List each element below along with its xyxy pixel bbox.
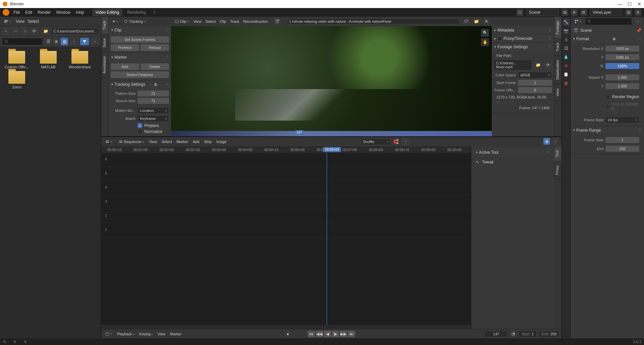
close-icon[interactable]: ✕ <box>637 1 641 7</box>
overlay-toggle-icon[interactable]: ◉ <box>543 138 550 145</box>
prop-tab-world-icon[interactable]: ⊕ <box>563 62 570 69</box>
vp-menu-clip[interactable]: Clip <box>220 19 226 23</box>
zoom-icon[interactable]: 🔍 <box>481 29 489 37</box>
search-size-field[interactable]: 71 <box>138 98 169 104</box>
start-frame-field[interactable]: Start 1 <box>519 331 536 337</box>
snap-icon[interactable]: 🧲 <box>393 138 399 145</box>
menu-help[interactable]: Help <box>76 10 84 15</box>
prop-tab-render-icon[interactable]: 📷 <box>563 27 570 34</box>
maximize-icon[interactable]: ☐ <box>628 1 632 7</box>
minimize-icon[interactable]: — <box>618 1 622 7</box>
aspect-y-field[interactable]: 1.000 <box>605 83 639 89</box>
keyframe-next-icon[interactable]: ▶▶ <box>340 331 347 337</box>
prop-tab-viewlayer-icon[interactable]: 🖼 <box>563 45 570 52</box>
vp-menu-select[interactable]: Select <box>206 19 216 23</box>
clip-fake-user-icon[interactable]: 🛡 <box>463 18 470 25</box>
seq-scrollbar[interactable] <box>101 325 471 329</box>
clip-scrubber[interactable]: 147 <box>171 131 492 136</box>
preview-range-icon[interactable]: ◔ <box>510 331 517 337</box>
current-frame-field[interactable]: 147 <box>484 331 508 337</box>
scene-copy-icon[interactable]: ⧉ <box>561 9 568 16</box>
playhead-line[interactable] <box>327 153 327 325</box>
viewlayer-copy-icon[interactable]: ⧉ <box>625 9 632 16</box>
menu-window[interactable]: Window <box>56 10 70 15</box>
pan-icon[interactable]: ✋ <box>481 38 489 46</box>
seq-menu-image[interactable]: Image <box>216 140 227 144</box>
workspace-video-editing[interactable]: Video Editing <box>92 9 123 16</box>
proxy-checkbox[interactable] <box>497 36 502 41</box>
rtab-track[interactable]: Track <box>554 39 561 56</box>
clip-type-dropdown[interactable]: Clip ▾ <box>173 19 190 24</box>
folder-item[interactable]: Wondershare <box>65 51 95 69</box>
rtab-stabilization[interactable]: Stabilization <box>554 56 561 84</box>
overlay-dropdown[interactable]: ▾ <box>551 138 559 145</box>
frame-range-panel-header[interactable]: ▸Frame Range⠿ <box>571 126 644 134</box>
folder-item[interactable]: Custom Offic... <box>2 51 32 69</box>
frame-start-field[interactable]: 1 <box>605 137 639 143</box>
viewlayer-name-field[interactable]: ViewLayer <box>590 9 623 16</box>
workspace-add-button[interactable]: + <box>151 9 158 16</box>
path-field[interactable]: C:\Users\user\Document... <box>51 28 99 34</box>
format-panel-header[interactable]: ▸Format ≣⠿ <box>571 35 644 43</box>
fb-search-input[interactable] <box>2 38 43 45</box>
resolution-x-field[interactable]: 1920 px <box>605 46 639 52</box>
folder-item[interactable]: MATLAB <box>34 51 63 69</box>
ruler-playhead[interactable]: 00:06+03 <box>323 147 341 152</box>
tab-solve[interactable]: Solve <box>101 34 108 52</box>
folder-item[interactable]: Zoom <box>2 71 32 89</box>
seq-tab-tool[interactable]: Tool <box>554 146 561 161</box>
clip-name-field[interactable]: 1 minute relaxing video with nature - A … <box>287 18 460 24</box>
nav-forward-icon[interactable]: → <box>11 27 19 35</box>
keyframe-prev-icon[interactable]: ◀◀ <box>316 331 323 337</box>
timeline-ruler[interactable]: 00:00+16 00:01+08 00:02+00 00:02+16 00:0… <box>101 146 471 153</box>
active-tool-header[interactable]: ▸Active Tool⠿ <box>473 148 552 156</box>
render-region-checkbox[interactable] <box>605 94 610 99</box>
proxy-panel-header[interactable]: ▸ Proxy/Timecode⠿ <box>492 34 554 43</box>
frame-end-field[interactable]: 250 <box>605 146 639 152</box>
jump-end-icon[interactable]: ⏭ <box>348 331 355 337</box>
prop-tab-texture-icon[interactable]: ▦ <box>563 80 570 86</box>
clip-open-icon[interactable]: 📁 <box>473 18 480 25</box>
vp-menu-track[interactable]: Track <box>230 19 239 23</box>
play-icon[interactable]: ▶ <box>332 331 339 337</box>
filter-dropdown[interactable]: ▾ <box>91 38 99 45</box>
frame-offset-field[interactable]: 0 <box>518 87 552 93</box>
view-grid-icon[interactable]: ▦ <box>61 38 68 45</box>
rtab-footage[interactable]: Footage <box>554 17 561 39</box>
resolution-pct-field[interactable]: 100% <box>605 63 639 69</box>
filter-icon[interactable] <box>80 38 89 45</box>
seq-menu-add[interactable]: Add <box>193 140 200 144</box>
scene-browse-icon[interactable] <box>517 9 523 16</box>
tab-annotation[interactable]: Annotation <box>101 52 108 78</box>
prop-tab-object-icon[interactable]: 📋 <box>563 71 570 78</box>
vp-menu-reconstruction[interactable]: Reconstruction <box>243 19 268 23</box>
viewlayer-browse-icon[interactable] <box>580 9 587 16</box>
prop-tab-tool-icon[interactable]: 🔧 <box>563 19 570 25</box>
clip-browse-icon[interactable]: 🎬 <box>274 18 281 25</box>
footer-view[interactable]: View <box>157 332 165 336</box>
pin-icon[interactable]: 📌 <box>636 28 641 33</box>
prop-tab-output-icon[interactable]: 🖨 <box>563 36 570 43</box>
seq-menu-marker[interactable]: Marker <box>176 140 188 144</box>
scene-name-field[interactable]: Scene <box>526 9 559 16</box>
prefetch-button[interactable]: Prefetch <box>111 44 139 51</box>
view-list-icon[interactable]: ☰ <box>45 38 52 45</box>
marker-panel-header[interactable]: ▸Marker⠿ <box>109 53 171 61</box>
play-reverse-icon[interactable]: ◀ <box>324 331 331 337</box>
workspace-rendering[interactable]: Rendering <box>124 9 149 16</box>
detect-features-button[interactable]: Detect Features <box>111 71 169 78</box>
aspect-x-field[interactable]: 1.000 <box>605 74 639 80</box>
tab-track[interactable]: Track <box>101 17 108 34</box>
reload-button[interactable]: Reload <box>141 44 169 51</box>
file-reload-icon[interactable]: ⟳ <box>544 61 552 69</box>
seq-menu-select[interactable]: Select <box>162 140 172 144</box>
seq-menu-strip[interactable]: Strip <box>204 140 212 144</box>
cursor-tool-icon[interactable]: ✛ ▾ <box>111 19 119 24</box>
normalize-checkbox[interactable] <box>138 129 142 134</box>
vp-menu-view[interactable]: View <box>194 19 202 23</box>
menu-file[interactable]: File <box>13 10 20 15</box>
pattern-size-field[interactable]: 21 <box>138 90 169 96</box>
metadata-panel-header[interactable]: ▸Metadata⠿ <box>492 26 554 34</box>
clip-panel-header[interactable]: ▸Clip⠿ <box>109 26 171 34</box>
overlap-mode-select[interactable]: Shuffle▾ <box>361 138 391 145</box>
